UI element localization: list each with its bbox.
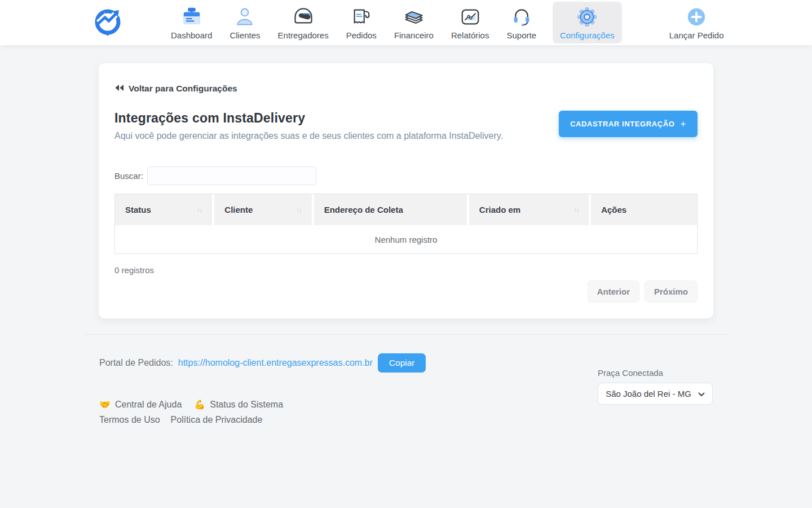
title-block: Integrações com InstaDelivery Aqui você … bbox=[114, 111, 503, 141]
nav-label-dashboard: Dashboard bbox=[171, 30, 212, 40]
table-header-row: Status ↑↓ Cliente ↑↓ Endereço de Coleta … bbox=[115, 194, 697, 225]
back-to-settings-link[interactable]: Voltar para Configurações bbox=[114, 84, 237, 94]
nav-item-financeiro[interactable]: Financeiro bbox=[393, 2, 435, 43]
connected-city-block: Praça Conectada São João del Rei - MG bbox=[598, 368, 713, 425]
footer-left: Portal de Pedidos: https://homolog-clien… bbox=[99, 353, 426, 425]
column-header-criado-em[interactable]: Criado em ↑↓ bbox=[469, 194, 589, 225]
nav-item-lancar-pedido[interactable]: Lançar Pedido bbox=[668, 2, 725, 43]
help-center-link[interactable]: 🤝 Central de Ajuda bbox=[99, 399, 182, 410]
settings-gear-icon bbox=[576, 5, 598, 29]
integrations-table: Status ↑↓ Cliente ↑↓ Endereço de Coleta … bbox=[114, 194, 698, 254]
records-count: 0 registros bbox=[114, 265, 698, 275]
pagination: Anterior Próximo bbox=[114, 281, 698, 303]
app-logo[interactable] bbox=[93, 7, 122, 38]
sort-icon[interactable]: ↑↓ bbox=[573, 207, 579, 213]
nav-item-relatorios[interactable]: Relatórios bbox=[450, 2, 491, 43]
nav-label-lancar-pedido: Lançar Pedido bbox=[669, 30, 724, 40]
connected-city-select[interactable]: São João del Rei - MG bbox=[598, 383, 713, 405]
couriers-helmet-icon bbox=[292, 5, 315, 29]
portal-label: Portal de Pedidos: bbox=[99, 358, 173, 368]
register-integration-button[interactable]: CADASTRAR INTEGRAÇÃO + bbox=[559, 111, 698, 137]
handshake-emoji-icon: 🤝 bbox=[99, 399, 111, 410]
orders-receipt-icon bbox=[350, 5, 373, 29]
nav-label-configuracoes: Configurações bbox=[560, 30, 615, 40]
nav-label-pedidos: Pedidos bbox=[346, 30, 377, 40]
back-link-label: Voltar para Configurações bbox=[129, 84, 237, 94]
support-headset-icon bbox=[511, 5, 532, 29]
next-page-button[interactable]: Próximo bbox=[645, 281, 698, 303]
clients-icon bbox=[235, 5, 255, 29]
sort-icon[interactable]: ↑↓ bbox=[197, 207, 202, 213]
nav-label-clientes: Clientes bbox=[230, 30, 260, 40]
terms-of-use-link[interactable]: Termos de Uso bbox=[99, 415, 160, 425]
column-header-endereco: Endereço de Coleta bbox=[314, 194, 467, 225]
nav-item-suporte[interactable]: Suporte bbox=[505, 2, 537, 43]
plus-circle-icon bbox=[686, 5, 707, 29]
nav-item-configuracoes[interactable]: Configurações bbox=[553, 2, 622, 43]
integrations-card: Voltar para Configurações Integrações co… bbox=[99, 63, 713, 318]
portal-url-link[interactable]: https://homolog-client.entregasexpressas… bbox=[178, 358, 373, 368]
previous-page-button[interactable]: Anterior bbox=[588, 281, 639, 303]
nav-label-entregadores: Entregadores bbox=[278, 30, 329, 40]
dashboard-icon bbox=[181, 5, 202, 29]
plus-icon: + bbox=[680, 121, 686, 127]
system-status-link[interactable]: 💪 Status do Sistema bbox=[194, 399, 283, 410]
column-header-acoes: Ações bbox=[591, 194, 697, 225]
nav-item-dashboard[interactable]: Dashboard bbox=[170, 2, 213, 43]
top-navbar: Dashboard Clientes bbox=[0, 0, 812, 45]
column-header-cliente[interactable]: Cliente ↑↓ bbox=[214, 194, 311, 225]
muscle-emoji-icon: 💪 bbox=[194, 399, 205, 410]
nav-items: Dashboard Clientes bbox=[170, 2, 622, 43]
sort-icon[interactable]: ↑↓ bbox=[297, 207, 302, 213]
nav-item-pedidos[interactable]: Pedidos bbox=[345, 2, 378, 43]
search-input[interactable] bbox=[147, 167, 316, 185]
table-empty-row: Nenhum registro bbox=[115, 226, 697, 253]
page-subtitle: Aqui você pode gerenciar as integrações … bbox=[114, 131, 503, 141]
nav-label-relatorios: Relatórios bbox=[451, 30, 489, 40]
rewind-back-icon bbox=[114, 84, 124, 94]
copy-button[interactable]: Copiar bbox=[378, 353, 426, 373]
connected-city-label: Praça Conectada bbox=[598, 368, 713, 378]
nav-item-clientes[interactable]: Clientes bbox=[228, 2, 261, 43]
privacy-policy-link[interactable]: Política de Privacidade bbox=[171, 415, 263, 425]
chevron-down-icon bbox=[698, 389, 705, 398]
logo-icon bbox=[93, 6, 122, 39]
reports-chart-icon bbox=[460, 5, 481, 29]
nav-label-suporte: Suporte bbox=[506, 30, 536, 40]
register-integration-label: CADASTRAR INTEGRAÇÃO bbox=[570, 120, 674, 128]
nav-item-entregadores[interactable]: Entregadores bbox=[277, 2, 330, 43]
page-title: Integrações com InstaDelivery bbox=[114, 111, 503, 126]
finance-money-icon bbox=[402, 5, 426, 29]
nav-label-financeiro: Financeiro bbox=[394, 30, 434, 40]
column-header-status[interactable]: Status ↑↓ bbox=[115, 194, 212, 225]
search-label: Buscar: bbox=[114, 171, 143, 181]
footer: Portal de Pedidos: https://homolog-clien… bbox=[0, 335, 812, 425]
